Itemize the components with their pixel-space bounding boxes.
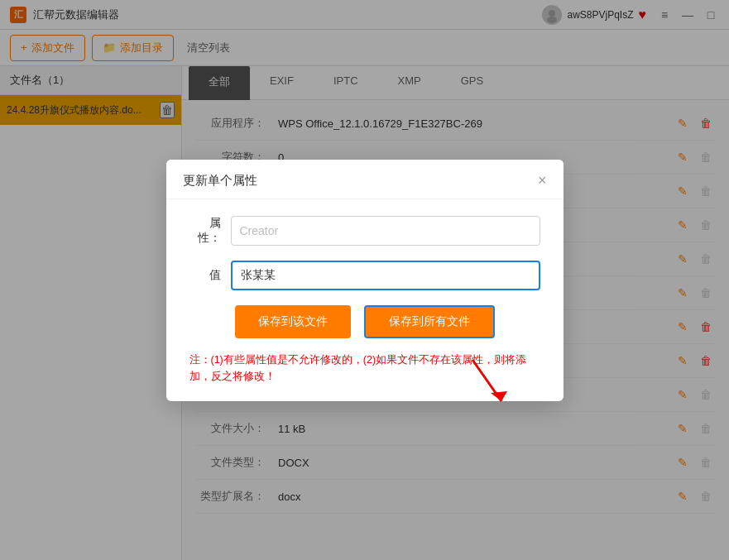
save-to-all-button[interactable]: 保存到所有文件 [364, 305, 495, 338]
property-label: 属性： [189, 216, 231, 246]
modal-close-button[interactable]: × [538, 173, 547, 188]
modal-field-value: 值 [189, 261, 540, 290]
property-input[interactable] [231, 216, 540, 246]
modal-update-property: 更新单个属性 × 属性： 值 保存到该文件 保存到所有文件 注：(1)有些属性值… [166, 160, 564, 401]
modal-overlay: 更新单个属性 × 属性： 值 保存到该文件 保存到所有文件 注：(1)有些属性值… [0, 0, 729, 560]
modal-buttons: 保存到该文件 保存到所有文件 [189, 305, 540, 338]
modal-header: 更新单个属性 × [166, 160, 564, 199]
modal-body: 属性： 值 保存到该文件 保存到所有文件 注：(1)有些属性值是不允许修改的，(… [166, 199, 564, 401]
modal-title: 更新单个属性 [183, 173, 257, 189]
save-to-file-button[interactable]: 保存到该文件 [235, 305, 351, 338]
value-input[interactable] [231, 261, 540, 290]
modal-note: 注：(1)有些属性值是不允许修改的，(2)如果文件不存在该属性，则将添加，反之将… [189, 352, 540, 385]
value-label: 值 [189, 268, 231, 283]
modal-field-property: 属性： [189, 216, 540, 246]
